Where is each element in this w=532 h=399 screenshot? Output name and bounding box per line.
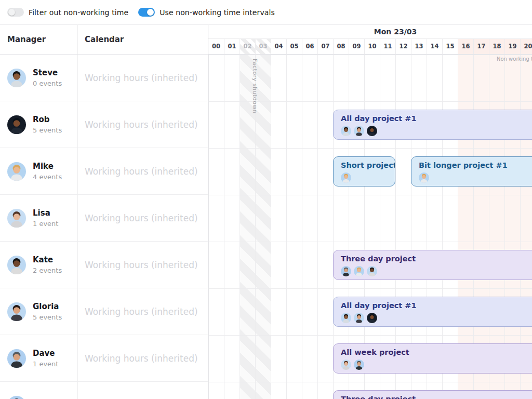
resource-info: Mike 4 events [33,162,62,181]
event-avatars [341,313,532,323]
resource-event-count: 5 events [33,126,62,134]
person-avatar-icon [7,349,26,368]
person-avatar-icon [7,209,26,228]
person-avatar-icon [341,360,351,370]
event-avatars [341,360,532,370]
calendar-cell: Working hours (inherited) [78,55,208,101]
event-avatar [354,126,364,136]
event-title: Three day project [341,394,532,399]
event-avatar [419,172,429,183]
hour-header-cell: 10 [364,39,380,54]
resource-avatar [7,209,26,228]
event-bar[interactable]: All week project [333,343,532,374]
manager-cell: Lisa 1 event [0,195,78,241]
toggle-knob [147,9,154,16]
resource-row[interactable]: Lisa 1 event Working hours (inherited) [0,195,208,242]
hour-header-cell: 19 [504,39,520,54]
event-avatar [354,266,364,276]
person-avatar-icon [7,162,26,181]
resource-event-count: 1 event [33,360,58,368]
resource-avatar [7,349,26,368]
person-avatar-icon [7,69,26,87]
resource-name: Lisa [33,208,58,218]
hours-header-row: 0001020304050607080910111213141516171819… [208,39,532,54]
resource-row[interactable]: Dave 1 event Working hours (inherited) [0,335,208,382]
person-avatar-icon [367,313,377,323]
event-avatars [419,172,532,183]
person-avatar-icon [354,266,364,276]
event-bar[interactable]: Three day project [333,390,532,399]
event-avatar [354,360,364,370]
hour-header-cell: 15 [442,39,458,54]
hour-header-cell: 09 [349,39,364,54]
resource-row[interactable]: Mike 4 events Working hours (inherited) [0,148,208,195]
column-header-manager[interactable]: Manager [0,25,78,54]
grid-splitter[interactable] [208,25,208,399]
event-avatar [341,360,351,370]
resource-info: Gloria 5 events [33,302,62,321]
resource-name: Gloria [33,302,62,312]
event-title: Three day project [341,254,532,263]
hour-header-cell: 05 [286,39,302,54]
timeline-header: Mon 23/03 000102030405060708091011121314… [208,25,532,55]
person-avatar-icon [419,172,429,183]
hour-header-cell: 02 [240,39,255,54]
person-avatar-icon [341,313,351,323]
calendar-cell: Working hours (inherited) [78,101,208,148]
event-bar[interactable]: All day project #1 [333,110,532,140]
hour-header-cell: 16 [458,39,473,54]
hour-header-cell: 18 [489,39,504,54]
use-nonworking-intervals-toggle[interactable] [138,8,155,17]
calendar-cell: Working hours (inherited) [78,288,208,335]
resource-name: Rob [33,115,62,125]
scheduler-app: Filter out non-working time Use non-work… [0,0,532,399]
calendar-cell: Working hours (inherited) [78,335,208,381]
person-avatar-icon [367,266,377,276]
calendar-cell: Working hours (inherited) [78,148,208,194]
resource-row[interactable]: Steve 0 events Working hours (inherited) [0,55,208,101]
hour-header-cell: 07 [317,39,333,54]
manager-cell: Rob 5 events [0,101,78,148]
person-avatar-icon [7,115,26,134]
day-header-row: Mon 23/03 [208,25,532,39]
resource-avatar [7,69,26,87]
event-bar[interactable]: Bit longer project #1 [411,156,532,187]
event-bar[interactable]: All day project #1 [333,297,532,327]
event-avatar [341,313,351,323]
person-avatar-icon [354,313,364,323]
resource-name: Mike [33,162,62,171]
hour-header-cell: 04 [271,39,286,54]
calendar-cell: Working hours (inherited) [78,382,208,399]
event-avatar [367,126,377,136]
resource-row[interactable]: Rob 5 events Working hours (inherited) [0,101,208,148]
resource-info: Kate 2 events [33,255,62,274]
resource-row[interactable]: Gloria 5 events Working hours (inherited… [0,288,208,335]
resource-info: Lisa 1 event [33,208,58,228]
hour-header-cell: 13 [411,39,427,54]
resource-info: Rob 5 events [33,115,62,134]
hour-header-cell: 00 [208,39,224,54]
resource-name: Dave [33,349,58,358]
column-header-calendar[interactable]: Calendar [78,25,208,54]
resource-info: Dave 1 event [33,349,58,368]
person-avatar-icon [341,172,351,183]
event-title: All week project [341,348,532,357]
resource-row[interactable]: Kate 2 events Working hours (inherited) [0,242,208,288]
resource-row[interactable]: Arnold Working hours (inherited) [0,382,208,399]
resource-info: Steve 0 events [33,68,62,87]
calendar-cell: Working hours (inherited) [78,242,208,288]
grid-header: Manager Calendar [0,25,208,55]
event-avatar [341,266,351,276]
event-bar[interactable]: Three day project [333,250,532,280]
manager-cell: Mike 4 events [0,148,78,194]
event-avatars [341,126,532,136]
hour-header-cell: 01 [224,39,240,54]
filter-nonworking-toggle[interactable] [7,8,24,17]
manager-cell: Gloria 5 events [0,288,78,335]
event-bar[interactable]: Short project #1 [333,156,395,187]
resource-event-count: 0 events [33,79,62,87]
event-avatars [341,266,532,276]
nonworking-time-label: Non working time [497,56,532,62]
event-title: Bit longer project #1 [419,161,532,170]
resource-avatar [7,302,26,321]
